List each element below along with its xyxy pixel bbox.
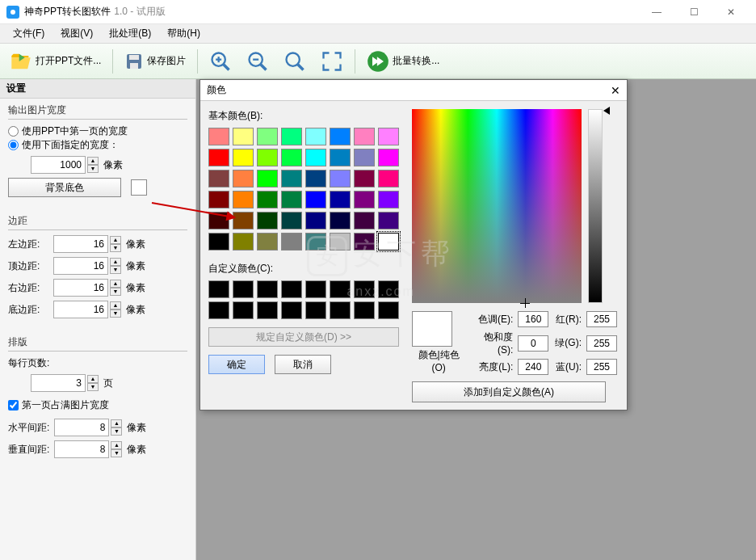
basic-swatch[interactable] bbox=[257, 149, 278, 166]
basic-swatch[interactable] bbox=[354, 233, 375, 251]
basic-swatch[interactable] bbox=[208, 149, 229, 166]
spin-up[interactable]: ▲ bbox=[111, 441, 122, 449]
spin-up[interactable]: ▲ bbox=[110, 301, 121, 309]
batch-convert-button[interactable]: 批量转换... bbox=[362, 48, 444, 74]
basic-swatch[interactable] bbox=[378, 212, 399, 229]
open-ppt-button[interactable]: 打开PPT文件... bbox=[5, 48, 106, 74]
custom-swatch[interactable] bbox=[257, 280, 278, 298]
menu-batch[interactable]: 批处理(B) bbox=[101, 24, 159, 43]
custom-swatch[interactable] bbox=[378, 280, 399, 298]
bg-color-button[interactable]: 背景底色 bbox=[8, 178, 121, 197]
width-down[interactable]: ▼ bbox=[87, 165, 99, 173]
use-custom-width-radio[interactable] bbox=[8, 140, 19, 150]
zoom-fit-button[interactable] bbox=[279, 48, 311, 74]
basic-swatch[interactable] bbox=[208, 233, 229, 251]
custom-swatch[interactable] bbox=[354, 280, 375, 298]
basic-swatch[interactable] bbox=[281, 149, 302, 166]
basic-swatch[interactable] bbox=[233, 233, 254, 251]
custom-swatch[interactable] bbox=[305, 280, 326, 298]
right-margin-input[interactable] bbox=[53, 279, 108, 297]
spin-up[interactable]: ▲ bbox=[111, 419, 122, 427]
basic-swatch[interactable] bbox=[330, 191, 351, 208]
basic-swatch[interactable] bbox=[257, 212, 278, 229]
maximize-button[interactable]: ☐ bbox=[675, 0, 712, 24]
cancel-button[interactable]: 取消 bbox=[275, 355, 331, 374]
ok-button[interactable]: 确定 bbox=[208, 355, 265, 374]
vgap-input[interactable] bbox=[54, 440, 109, 458]
bg-color-swatch[interactable] bbox=[131, 179, 147, 196]
width-input[interactable] bbox=[31, 156, 86, 174]
custom-swatch[interactable] bbox=[208, 280, 229, 298]
basic-swatch[interactable] bbox=[257, 128, 278, 145]
basic-swatch[interactable] bbox=[281, 233, 302, 251]
basic-swatch[interactable] bbox=[281, 170, 302, 187]
basic-swatch[interactable] bbox=[305, 170, 326, 187]
custom-swatch[interactable] bbox=[233, 280, 254, 298]
basic-swatch[interactable] bbox=[378, 128, 399, 145]
basic-swatch[interactable] bbox=[233, 149, 254, 166]
basic-swatch[interactable] bbox=[208, 170, 229, 187]
custom-swatch[interactable] bbox=[305, 301, 326, 319]
custom-swatch[interactable] bbox=[330, 280, 351, 298]
custom-swatch[interactable] bbox=[330, 301, 351, 319]
custom-swatch[interactable] bbox=[354, 301, 375, 319]
custom-swatch[interactable] bbox=[233, 301, 254, 319]
zoom-in-button[interactable] bbox=[204, 48, 237, 74]
lum-input[interactable] bbox=[518, 359, 548, 375]
fullscreen-button[interactable] bbox=[316, 48, 348, 74]
b-input[interactable] bbox=[586, 359, 617, 375]
define-custom-button[interactable]: 规定自定义颜色(D) >> bbox=[208, 327, 399, 347]
spin-down[interactable]: ▼ bbox=[111, 427, 122, 436]
basic-swatch[interactable] bbox=[354, 191, 375, 208]
minimize-button[interactable]: — bbox=[638, 0, 675, 24]
basic-swatch[interactable] bbox=[330, 128, 351, 145]
left-margin-input[interactable] bbox=[53, 235, 108, 253]
top-margin-input[interactable] bbox=[53, 257, 108, 275]
basic-swatch[interactable] bbox=[305, 149, 326, 166]
hgap-input[interactable] bbox=[54, 419, 109, 436]
basic-swatch[interactable] bbox=[378, 170, 399, 187]
basic-swatch[interactable] bbox=[354, 128, 375, 145]
spin-down[interactable]: ▼ bbox=[110, 244, 121, 252]
basic-swatch[interactable] bbox=[305, 191, 326, 208]
basic-swatch[interactable] bbox=[354, 212, 375, 229]
spin-up[interactable]: ▲ bbox=[87, 375, 99, 383]
spin-up[interactable]: ▲ bbox=[110, 258, 121, 266]
custom-swatch[interactable] bbox=[208, 301, 229, 319]
basic-swatch[interactable] bbox=[330, 233, 351, 251]
spin-up[interactable]: ▲ bbox=[110, 236, 121, 244]
save-image-button[interactable]: 保存图片 bbox=[120, 50, 191, 73]
luminance-slider[interactable] bbox=[588, 109, 603, 303]
width-up[interactable]: ▲ bbox=[87, 157, 99, 165]
basic-swatch[interactable] bbox=[281, 212, 302, 229]
custom-swatch[interactable] bbox=[257, 301, 278, 319]
basic-swatch[interactable] bbox=[233, 128, 254, 145]
custom-swatch[interactable] bbox=[378, 301, 399, 319]
basic-swatch[interactable] bbox=[257, 191, 278, 208]
spin-down[interactable]: ▼ bbox=[110, 266, 121, 274]
basic-swatch[interactable] bbox=[208, 191, 229, 208]
bottom-margin-input[interactable] bbox=[53, 301, 108, 318]
menu-view[interactable]: 视图(V) bbox=[52, 24, 101, 43]
zoom-out-button[interactable] bbox=[242, 48, 274, 74]
spin-down[interactable]: ▼ bbox=[111, 449, 122, 457]
close-button[interactable]: ✕ bbox=[712, 0, 750, 24]
custom-swatch[interactable] bbox=[281, 280, 302, 298]
color-spectrum[interactable] bbox=[412, 109, 582, 303]
custom-swatch[interactable] bbox=[281, 301, 302, 319]
add-custom-button[interactable]: 添加到自定义颜色(A) bbox=[412, 381, 606, 402]
sat-input[interactable] bbox=[518, 335, 548, 352]
basic-swatch[interactable] bbox=[354, 170, 375, 187]
spin-down[interactable]: ▼ bbox=[87, 383, 99, 391]
spin-down[interactable]: ▼ bbox=[110, 288, 121, 296]
basic-swatch[interactable] bbox=[378, 233, 399, 251]
basic-swatch[interactable] bbox=[378, 191, 399, 208]
r-input[interactable] bbox=[586, 311, 617, 327]
menu-help[interactable]: 帮助(H) bbox=[159, 24, 208, 43]
basic-swatch[interactable] bbox=[305, 233, 326, 251]
basic-swatch[interactable] bbox=[257, 170, 278, 187]
basic-swatch[interactable] bbox=[233, 170, 254, 187]
basic-swatch[interactable] bbox=[305, 128, 326, 145]
basic-swatch[interactable] bbox=[233, 191, 254, 208]
basic-swatch[interactable] bbox=[305, 212, 326, 229]
